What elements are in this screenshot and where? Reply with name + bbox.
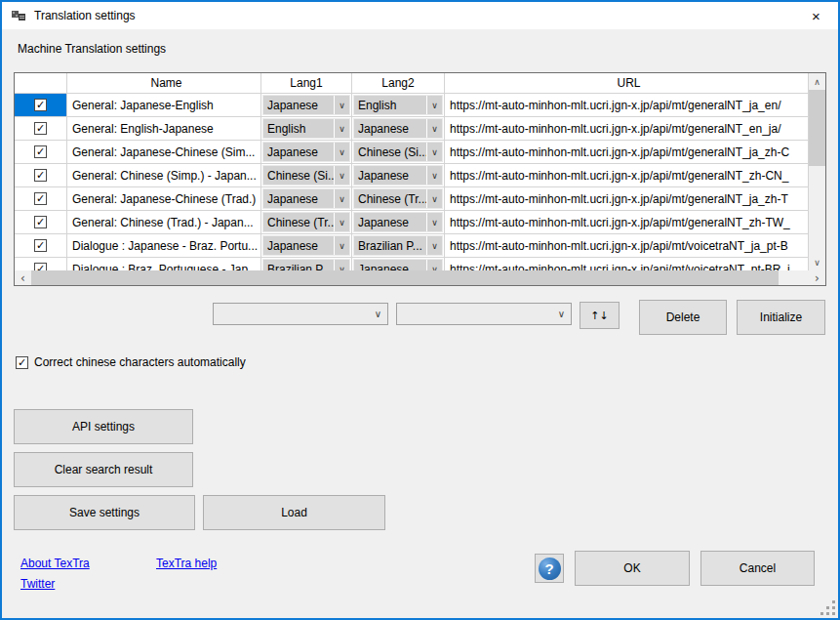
help-button[interactable]: ? xyxy=(535,554,564,583)
row-lang1-dropdown[interactable]: Japanese∨ xyxy=(261,234,352,258)
row-lang2-dropdown[interactable]: Chinese (Si...∨ xyxy=(352,141,445,164)
checkbox-checked-icon[interactable]: ✓ xyxy=(16,356,28,369)
textra-help-link[interactable]: TexTra help xyxy=(156,557,217,570)
row-url-cell[interactable]: https://mt-auto-minhon-mlt.ucri.jgn-x.jp… xyxy=(445,164,809,187)
up-down-arrows-icon: ↑↓ xyxy=(590,310,608,322)
row-name-cell[interactable]: General: Japanese-Chinese (Trad.) xyxy=(67,187,261,211)
header-checkbox xyxy=(15,73,67,94)
row-lang2-dropdown[interactable]: Japanese∨ xyxy=(352,258,445,270)
row-checkbox-cell[interactable]: ✓ xyxy=(15,164,67,187)
app-icon xyxy=(11,8,26,23)
row-checkbox-cell[interactable]: ✓ xyxy=(15,141,67,164)
row-lang2-dropdown[interactable]: Chinese (Tr...∨ xyxy=(352,187,445,211)
horizontal-scrollbar[interactable]: ‹ › xyxy=(15,270,825,285)
row-checkbox-cell[interactable]: ✓ xyxy=(15,94,67,117)
row-lang2-dropdown[interactable]: English∨ xyxy=(352,94,445,117)
row-lang1-dropdown[interactable]: Brazilian P...∨ xyxy=(261,258,352,270)
row-name-cell[interactable]: General: English-Japanese xyxy=(67,117,261,141)
row-checkbox-cell[interactable]: ✓ xyxy=(15,258,67,270)
help-icon: ? xyxy=(539,558,561,580)
row-checkbox-cell[interactable]: ✓ xyxy=(15,234,67,258)
horizontal-scrollbar-thumb[interactable] xyxy=(31,270,779,285)
table-row: ✓ General: Chinese (Simp.) - Japan... Ch… xyxy=(15,164,809,187)
ok-button[interactable]: OK xyxy=(575,551,690,586)
row-url-cell[interactable]: https://mt-auto-minhon-mlt.ucri.jgn-x.jp… xyxy=(445,141,809,164)
translation-settings-dialog: Translation settings × Machine Translati… xyxy=(0,0,840,620)
chevron-down-icon: ∨ xyxy=(334,166,349,185)
clear-search-result-button[interactable]: Clear search result xyxy=(14,452,193,487)
row-name-cell[interactable]: Dialogue : Braz. Portuguese - Jap... xyxy=(67,258,261,270)
row-name-cell[interactable]: General: Chinese (Simp.) - Japan... xyxy=(67,164,261,187)
header-url[interactable]: URL xyxy=(445,73,809,94)
chevron-down-icon: ∨ xyxy=(334,260,349,270)
row-url-cell[interactable]: https://mt-auto-minhon-mlt.ucri.jgn-x.jp… xyxy=(445,117,809,141)
scroll-down-icon[interactable]: ∨ xyxy=(809,254,825,270)
checkbox-checked-icon: ✓ xyxy=(34,122,47,135)
scroll-right-icon[interactable]: › xyxy=(809,270,825,285)
header-name[interactable]: Name xyxy=(67,73,261,94)
row-url-cell[interactable]: https://mt-auto-minhon-mlt.ucri.jgn-x.jp… xyxy=(445,234,809,258)
scroll-left-icon[interactable]: ‹ xyxy=(15,270,31,285)
row-lang2-dropdown[interactable]: Japanese∨ xyxy=(352,164,445,187)
row-url-cell[interactable]: https://mt-auto-minhon-mlt.ucri.jgn-x.jp… xyxy=(445,187,809,211)
resize-grip[interactable] xyxy=(820,600,835,615)
save-settings-button[interactable]: Save settings xyxy=(14,495,195,530)
row-url-cell[interactable]: https://mt-auto-minhon-mlt.ucri.jgn-x.jp… xyxy=(445,211,809,234)
header-lang1[interactable]: Lang1 xyxy=(261,73,352,94)
twitter-link[interactable]: Twitter xyxy=(20,577,55,591)
row-lang2-dropdown[interactable]: Brazilian P...∨ xyxy=(352,234,445,258)
checkbox-checked-icon: ✓ xyxy=(34,192,47,205)
close-icon[interactable]: × xyxy=(794,2,838,29)
load-button[interactable]: Load xyxy=(203,495,385,530)
table-row: ✓ Dialogue : Braz. Portuguese - Jap... B… xyxy=(15,258,809,270)
chevron-down-icon: ∨ xyxy=(426,143,442,161)
row-lang1-dropdown[interactable]: Chinese (Si...∨ xyxy=(261,164,352,187)
initialize-button[interactable]: Initialize xyxy=(737,300,825,335)
row-name-cell[interactable]: General: Japanese-English xyxy=(67,94,261,117)
header-lang2[interactable]: Lang2 xyxy=(352,73,445,94)
checkbox-checked-icon: ✓ xyxy=(34,239,47,252)
chevron-down-icon: ∨ xyxy=(426,119,442,138)
vertical-scrollbar[interactable]: ∧ ∨ xyxy=(809,73,825,270)
table-header-row: Name Lang1 Lang2 URL xyxy=(15,73,809,94)
row-checkbox-cell[interactable]: ✓ xyxy=(15,211,67,234)
scroll-up-icon[interactable]: ∧ xyxy=(809,73,825,90)
section-label: Machine Translation settings xyxy=(18,42,166,56)
row-lang1-dropdown[interactable]: Japanese∨ xyxy=(261,141,352,164)
chevron-down-icon: ∨ xyxy=(426,166,442,185)
row-lang1-dropdown[interactable]: Japanese∨ xyxy=(261,94,352,117)
row-lang1-dropdown[interactable]: Chinese (Tr...∨ xyxy=(261,211,352,234)
row-name-cell[interactable]: General: Japanese-Chinese (Sim... xyxy=(67,141,261,164)
row-name-cell[interactable]: Dialogue : Japanese - Braz. Portu... xyxy=(67,234,261,258)
chevron-down-icon: ∨ xyxy=(334,236,349,255)
checkbox-checked-icon: ✓ xyxy=(34,99,47,111)
table-row: ✓ General: Japanese-Chinese (Sim... Japa… xyxy=(15,141,809,164)
row-name-cell[interactable]: General: Chinese (Trad.) - Japan... xyxy=(67,211,261,234)
row-checkbox-cell[interactable]: ✓ xyxy=(15,117,67,141)
vertical-scrollbar-thumb[interactable] xyxy=(809,90,825,166)
row-lang2-dropdown[interactable]: Japanese∨ xyxy=(352,117,445,141)
lang2-select-combo[interactable]: ∨ xyxy=(396,303,572,325)
lang1-select-combo[interactable]: ∨ xyxy=(213,303,388,325)
table-row: ✓ General: Japanese-English Japanese∨ En… xyxy=(15,94,809,117)
row-url-cell[interactable]: https://mt-auto-minhon-mlt.ucri.jgn-x.jp… xyxy=(445,94,809,117)
swap-order-button[interactable]: ↑↓ xyxy=(580,302,620,329)
chevron-down-icon: ∨ xyxy=(334,213,349,231)
chevron-down-icon: ∨ xyxy=(334,119,349,138)
row-checkbox-cell[interactable]: ✓ xyxy=(15,187,67,211)
about-textra-link[interactable]: About TexTra xyxy=(20,557,90,570)
correct-chinese-label: Correct chinese characters automatically xyxy=(34,355,246,369)
cancel-button[interactable]: Cancel xyxy=(700,551,815,586)
row-url-cell[interactable]: https://mt-auto-minhon-mlt.ucri.jgn-x.jp… xyxy=(445,258,809,270)
api-settings-button[interactable]: API settings xyxy=(14,409,193,444)
chevron-down-icon: ∨ xyxy=(334,96,349,114)
row-lang2-dropdown[interactable]: Japanese∨ xyxy=(352,211,445,234)
correct-chinese-option[interactable]: ✓ Correct chinese characters automatical… xyxy=(16,355,246,369)
row-lang1-dropdown[interactable]: English∨ xyxy=(261,117,352,141)
row-lang1-dropdown[interactable]: Japanese∨ xyxy=(261,187,352,211)
chevron-down-icon: ∨ xyxy=(426,260,442,270)
delete-button[interactable]: Delete xyxy=(639,300,727,335)
chevron-down-icon: ∨ xyxy=(334,143,349,161)
chevron-down-icon: ∨ xyxy=(558,309,565,319)
checkbox-checked-icon: ✓ xyxy=(34,216,47,228)
